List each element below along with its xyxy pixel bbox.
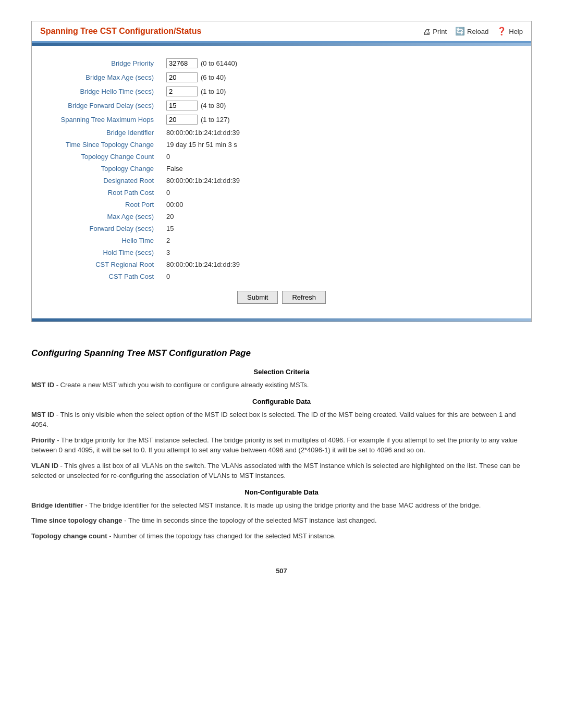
field-value: False — [162, 163, 516, 175]
panel-bottom-bar — [32, 318, 531, 322]
form-row: Bridge Forward Delay (secs)(4 to 30) — [47, 98, 516, 113]
field-value[interactable]: (4 to 30) — [162, 98, 516, 113]
reload-icon: 🔄 — [455, 27, 465, 36]
field-label: Forward Delay (secs) — [47, 223, 162, 235]
field-label: CST Regional Root — [47, 258, 162, 270]
doc-paragraph: MST ID - Create a new MST which you wish… — [31, 380, 532, 390]
field-input[interactable] — [166, 72, 198, 82]
field-label: Bridge Max Age (secs) — [47, 70, 162, 84]
range-hint: (1 to 127) — [201, 116, 230, 124]
field-value: 00:00 — [162, 199, 516, 211]
print-button[interactable]: 🖨 Print — [423, 27, 447, 36]
doc-section-heading: Configurable Data — [31, 398, 532, 405]
field-value: 0 — [162, 270, 516, 282]
form-row: Bridge Max Age (secs)(6 to 40) — [47, 70, 516, 84]
help-label: Help — [509, 28, 523, 35]
panel-actions: 🖨 Print 🔄 Reload ❓ Help — [423, 27, 523, 36]
cst-form-table: Bridge Priority(0 to 61440)Bridge Max Ag… — [47, 56, 516, 282]
help-button[interactable]: ❓ Help — [497, 27, 523, 36]
field-label: Root Port — [47, 199, 162, 211]
reload-button[interactable]: 🔄 Reload — [455, 27, 488, 36]
range-hint: (1 to 10) — [201, 88, 226, 95]
panel-body: Bridge Priority(0 to 61440)Bridge Max Ag… — [32, 46, 531, 318]
doc-paragraph: Time since topology change - The time in… — [31, 515, 532, 526]
form-row: CST Regional Root80:00:00:1b:24:1d:dd:39 — [47, 258, 516, 270]
field-value: 15 — [162, 223, 516, 235]
field-value: 2 — [162, 235, 516, 246]
form-row: Max Age (secs)20 — [47, 211, 516, 223]
field-label: Spanning Tree Maximum Hops — [47, 113, 162, 127]
field-value: 3 — [162, 246, 516, 258]
field-label: Hello Time — [47, 235, 162, 246]
field-value: 0 — [162, 151, 516, 163]
range-hint: (4 to 30) — [201, 102, 226, 109]
form-row: Root Port00:00 — [47, 199, 516, 211]
form-row: Forward Delay (secs)15 — [47, 223, 516, 235]
field-value: 80:00:00:1b:24:1d:dd:39 — [162, 175, 516, 187]
field-label: Max Age (secs) — [47, 211, 162, 223]
field-value[interactable]: (0 to 61440) — [162, 56, 516, 70]
field-input[interactable] — [166, 115, 198, 125]
cst-panel: Spanning Tree CST Configuration/Status 🖨… — [31, 21, 532, 322]
form-row: Spanning Tree Maximum Hops(1 to 127) — [47, 113, 516, 127]
field-input[interactable] — [166, 58, 198, 68]
help-icon: ❓ — [497, 27, 507, 36]
reload-label: Reload — [467, 28, 488, 35]
field-label: Bridge Identifier — [47, 127, 162, 139]
panel-title: Spanning Tree CST Configuration/Status — [40, 27, 423, 36]
field-input[interactable] — [166, 101, 198, 110]
doc-title: Configuring Spanning Tree MST Configurat… — [31, 348, 532, 359]
form-row: Root Path Cost0 — [47, 187, 516, 199]
doc-paragraph: Priority - The bridge priority for the M… — [31, 435, 532, 455]
range-hint: (6 to 40) — [201, 73, 226, 81]
field-label: Topology Change Count — [47, 151, 162, 163]
panel-header: Spanning Tree CST Configuration/Status 🖨… — [32, 21, 531, 43]
field-value: 19 day 15 hr 51 min 3 s — [162, 139, 516, 151]
doc-section-heading: Non-Configurable Data — [31, 488, 532, 496]
form-row: Topology Change Count0 — [47, 151, 516, 163]
field-label: Bridge Forward Delay (secs) — [47, 98, 162, 113]
field-value[interactable]: (1 to 127) — [162, 113, 516, 127]
doc-content: Selection CriteriaMST ID - Create a new … — [31, 368, 532, 541]
page-number: 507 — [31, 567, 532, 575]
field-label: Bridge Priority — [47, 56, 162, 70]
range-hint: (0 to 61440) — [201, 59, 237, 67]
form-row: Bridge Identifier80:00:00:1b:24:1d:dd:39 — [47, 127, 516, 139]
form-row: Hold Time (secs)3 — [47, 246, 516, 258]
submit-button[interactable]: Submit — [237, 291, 278, 304]
form-row: Topology ChangeFalse — [47, 163, 516, 175]
print-label: Print — [433, 28, 447, 35]
field-value[interactable]: (6 to 40) — [162, 70, 516, 84]
field-label: Root Path Cost — [47, 187, 162, 199]
doc-section-heading: Selection Criteria — [31, 368, 532, 376]
doc-paragraph: Topology change count - Number of times … — [31, 531, 532, 541]
print-icon: 🖨 — [423, 27, 431, 36]
doc-paragraph: MST ID - This is only visible when the s… — [31, 410, 532, 430]
refresh-button[interactable]: Refresh — [282, 291, 326, 304]
field-label: Hold Time (secs) — [47, 246, 162, 258]
field-label: CST Path Cost — [47, 270, 162, 282]
doc-paragraph: Bridge identifier - The bridge identifie… — [31, 500, 532, 511]
field-value[interactable]: (1 to 10) — [162, 84, 516, 98]
button-row: Submit Refresh — [47, 282, 516, 308]
doc-paragraph: VLAN ID - This gives a list box of all V… — [31, 461, 532, 481]
field-label: Designated Root — [47, 175, 162, 187]
form-row: Hello Time2 — [47, 235, 516, 246]
field-value: 80:00:00:1b:24:1d:dd:39 — [162, 258, 516, 270]
form-row: CST Path Cost0 — [47, 270, 516, 282]
doc-section: Configuring Spanning Tree MST Configurat… — [31, 343, 532, 551]
form-row: Bridge Hello Time (secs)(1 to 10) — [47, 84, 516, 98]
form-row: Designated Root80:00:00:1b:24:1d:dd:39 — [47, 175, 516, 187]
form-row: Time Since Topology Change19 day 15 hr 5… — [47, 139, 516, 151]
field-value: 20 — [162, 211, 516, 223]
field-value: 0 — [162, 187, 516, 199]
field-label: Topology Change — [47, 163, 162, 175]
field-input[interactable] — [166, 87, 198, 96]
field-value: 80:00:00:1b:24:1d:dd:39 — [162, 127, 516, 139]
field-label: Time Since Topology Change — [47, 139, 162, 151]
form-row: Bridge Priority(0 to 61440) — [47, 56, 516, 70]
field-label: Bridge Hello Time (secs) — [47, 84, 162, 98]
